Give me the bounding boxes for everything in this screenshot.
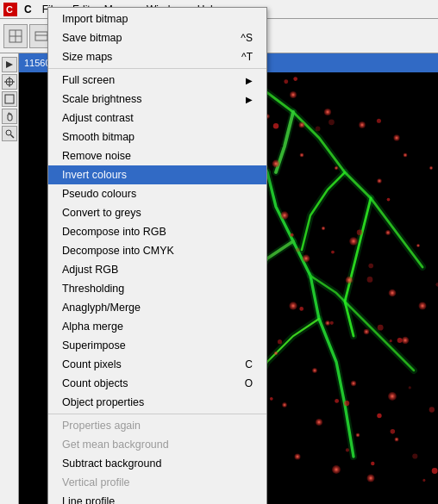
menu-size-maps[interactable]: Size maps ^T [48,47,266,66]
menu-count-objects[interactable]: Count objects O [48,374,266,393]
svg-point-23 [6,130,11,135]
toolbar-btn-1[interactable] [3,24,28,48]
menu-smooth-bitmap[interactable]: Smooth bitmap [48,128,266,146]
svg-line-24 [10,135,14,139]
menu-import-bitmap[interactable]: Import bitmap [48,9,266,28]
menu-invert-colours[interactable]: Invert colours [48,165,266,184]
left-btn-rect[interactable] [2,91,17,107]
menu-alpha-merge[interactable]: Alpha merge [48,317,266,336]
menu-object-properties[interactable]: Object properties [48,393,266,412]
left-btn-zoom[interactable] [2,126,17,141]
menu-thresholding[interactable]: Thresholding [48,279,266,298]
left-toolbar [0,53,19,504]
left-btn-crosshair[interactable] [2,74,17,90]
svg-text:C: C [6,4,13,15]
menu-full-screen[interactable]: Full screen ▶ [48,71,266,90]
submenu-arrow-scale-brightness: ▶ [246,95,253,104]
menu-decompose-cmyk[interactable]: Decompose into CMYK [48,241,266,260]
menu-pseudo-colours[interactable]: Pseudo colours [48,184,266,203]
app-icon: C [2,1,19,18]
menu-decompose-rgb[interactable]: Decompose into RGB [48,222,266,241]
menu-get-mean-background: Get mean background [48,435,266,454]
left-btn-hand[interactable] [2,109,17,124]
menu-subtract-background[interactable]: Subtract background [48,454,266,473]
context-menu: Import bitmap Save bitmap ^S Size maps ^… [47,7,267,504]
menu-adjust-contrast[interactable]: Adjust contrast [48,109,266,128]
separator-1 [48,68,266,69]
menu-properties-again: Properties again [48,416,266,435]
menu-line-profile[interactable]: Line profile [48,492,266,504]
svg-rect-22 [5,95,14,103]
menu-adjust-rgb[interactable]: Adjust RGB [48,260,266,279]
menu-remove-noise[interactable]: Remove noise [48,146,266,165]
submenu-arrow-full-screen: ▶ [246,76,253,85]
separator-2 [48,414,266,414]
menu-superimpose[interactable]: Superimpose [48,336,266,355]
svg-rect-5 [35,32,47,40]
menu-convert-to-greys[interactable]: Convert to greys [48,203,266,222]
menu-vertical-profile: Vertical profile [48,473,266,492]
menu-save-bitmap[interactable]: Save bitmap ^S [48,28,266,47]
menu-scale-brightness[interactable]: Scale brightness ▶ [48,90,266,109]
menu-count-pixels[interactable]: Count pixels C [48,355,266,374]
left-btn-arrow[interactable] [2,57,17,72]
menu-anaglyph-merge[interactable]: Anaglyph/Merge [48,298,266,317]
app-title: C [21,3,35,16]
